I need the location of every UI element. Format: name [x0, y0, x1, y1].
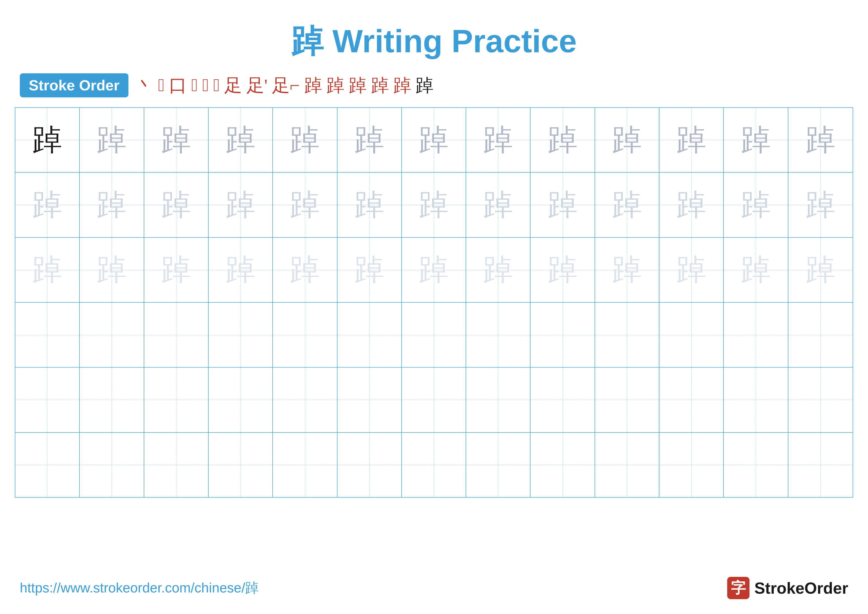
grid-cell-1-2[interactable]: 踔	[144, 173, 209, 237]
grid-cell-4-12[interactable]	[788, 368, 852, 432]
grid-cell-3-10[interactable]	[659, 303, 724, 367]
grid-cell-2-2[interactable]: 踔	[144, 238, 209, 302]
cell-character: 踔	[806, 185, 835, 225]
cell-character: 踔	[612, 250, 642, 290]
grid-cell-2-0[interactable]: 踔	[16, 238, 80, 302]
cell-character: 踔	[226, 120, 255, 160]
grid-cell-5-4[interactable]	[273, 433, 337, 497]
stroke-9: 足⌐	[272, 73, 300, 97]
grid-cell-5-8[interactable]	[530, 433, 595, 497]
grid-cell-4-11[interactable]	[724, 368, 788, 432]
grid-cell-5-10[interactable]	[659, 433, 724, 497]
grid-row-5	[16, 433, 852, 497]
grid-cell-0-3[interactable]: 踔	[209, 108, 273, 172]
grid-cell-2-7[interactable]: 踔	[466, 238, 530, 302]
grid-cell-1-10[interactable]: 踔	[659, 173, 724, 237]
grid-cell-2-4[interactable]: 踔	[273, 238, 337, 302]
grid-cell-1-12[interactable]: 踔	[788, 173, 852, 237]
grid-cell-1-9[interactable]: 踔	[595, 173, 659, 237]
grid-cell-2-9[interactable]: 踔	[595, 238, 659, 302]
cell-character: 踔	[355, 250, 384, 290]
cell-character: 踔	[483, 120, 513, 160]
stroke-6: 𰙿	[213, 75, 220, 96]
grid-cell-4-3[interactable]	[209, 368, 273, 432]
grid-cell-3-2[interactable]	[144, 303, 209, 367]
grid-cell-3-5[interactable]	[338, 303, 402, 367]
grid-cell-0-6[interactable]: 踔	[402, 108, 466, 172]
grid-cell-4-10[interactable]	[659, 368, 724, 432]
grid-cell-1-4[interactable]: 踔	[273, 173, 337, 237]
grid-cell-0-5[interactable]: 踔	[338, 108, 402, 172]
grid-cell-4-1[interactable]	[80, 368, 144, 432]
grid-cell-0-9[interactable]: 踔	[595, 108, 659, 172]
grid-cell-1-11[interactable]: 踔	[724, 173, 788, 237]
grid-cell-4-5[interactable]	[338, 368, 402, 432]
grid-cell-5-9[interactable]	[595, 433, 659, 497]
grid-cell-2-1[interactable]: 踔	[80, 238, 144, 302]
cell-character: 踔	[355, 120, 384, 160]
grid-cell-4-8[interactable]	[530, 368, 595, 432]
stroke-order-row: Stroke Order 丶 𠃌 口 𠃍 𠃍 𰙿 足 足' 足⌐ 踔 踔 踔 踔…	[0, 73, 868, 97]
grid-cell-0-10[interactable]: 踔	[659, 108, 724, 172]
grid-cell-3-0[interactable]	[16, 303, 80, 367]
grid-cell-0-11[interactable]: 踔	[724, 108, 788, 172]
grid-cell-4-0[interactable]	[16, 368, 80, 432]
grid-cell-3-6[interactable]	[402, 303, 466, 367]
grid-cell-0-2[interactable]: 踔	[144, 108, 209, 172]
grid-cell-2-11[interactable]: 踔	[724, 238, 788, 302]
grid-cell-1-8[interactable]: 踔	[530, 173, 595, 237]
stroke-10: 踔	[304, 73, 322, 97]
grid-cell-0-1[interactable]: 踔	[80, 108, 144, 172]
grid-cell-3-8[interactable]	[530, 303, 595, 367]
grid-cell-3-1[interactable]	[80, 303, 144, 367]
grid-cell-1-1[interactable]: 踔	[80, 173, 144, 237]
stroke-7: 足	[224, 73, 242, 97]
grid-cell-5-12[interactable]	[788, 433, 852, 497]
grid-cell-4-4[interactable]	[273, 368, 337, 432]
grid-cell-1-0[interactable]: 踔	[16, 173, 80, 237]
grid-cell-3-9[interactable]	[595, 303, 659, 367]
grid-cell-1-3[interactable]: 踔	[209, 173, 273, 237]
grid-cell-3-3[interactable]	[209, 303, 273, 367]
grid-cell-4-7[interactable]	[466, 368, 530, 432]
grid-cell-2-10[interactable]: 踔	[659, 238, 724, 302]
stroke-14: 踔	[394, 73, 411, 97]
grid-cell-1-6[interactable]: 踔	[402, 173, 466, 237]
grid-cell-0-0[interactable]: 踔	[16, 108, 80, 172]
grid-cell-2-6[interactable]: 踔	[402, 238, 466, 302]
grid-cell-0-8[interactable]: 踔	[530, 108, 595, 172]
footer-url: https://www.strokeorder.com/chinese/踔	[20, 579, 259, 597]
grid-cell-4-6[interactable]	[402, 368, 466, 432]
grid-cell-0-7[interactable]: 踔	[466, 108, 530, 172]
grid-cell-5-11[interactable]	[724, 433, 788, 497]
grid-cell-2-3[interactable]: 踔	[209, 238, 273, 302]
grid-cell-4-9[interactable]	[595, 368, 659, 432]
grid-cell-5-2[interactable]	[144, 433, 209, 497]
grid-cell-3-12[interactable]	[788, 303, 852, 367]
grid-cell-0-12[interactable]: 踔	[788, 108, 852, 172]
grid-cell-3-11[interactable]	[724, 303, 788, 367]
grid-cell-1-5[interactable]: 踔	[338, 173, 402, 237]
cell-character: 踔	[548, 120, 578, 160]
grid-cell-3-4[interactable]	[273, 303, 337, 367]
cell-character: 踔	[355, 185, 384, 225]
grid-cell-3-7[interactable]	[466, 303, 530, 367]
grid-cell-0-4[interactable]: 踔	[273, 108, 337, 172]
grid-cell-5-6[interactable]	[402, 433, 466, 497]
grid-cell-1-7[interactable]: 踔	[466, 173, 530, 237]
grid-cell-4-2[interactable]	[144, 368, 209, 432]
grid-cell-2-5[interactable]: 踔	[338, 238, 402, 302]
cell-character: 踔	[290, 250, 320, 290]
cell-character: 踔	[483, 250, 513, 290]
grid-cell-5-7[interactable]	[466, 433, 530, 497]
stroke-12: 踔	[349, 73, 367, 97]
cell-character: 踔	[419, 250, 449, 290]
grid-cell-2-8[interactable]: 踔	[530, 238, 595, 302]
grid-cell-5-1[interactable]	[80, 433, 144, 497]
grid-cell-5-0[interactable]	[16, 433, 80, 497]
cell-character: 踔	[806, 250, 835, 290]
grid-cell-5-3[interactable]	[209, 433, 273, 497]
grid-cell-5-5[interactable]	[338, 433, 402, 497]
grid-cell-2-12[interactable]: 踔	[788, 238, 852, 302]
cell-character: 踔	[419, 185, 449, 225]
